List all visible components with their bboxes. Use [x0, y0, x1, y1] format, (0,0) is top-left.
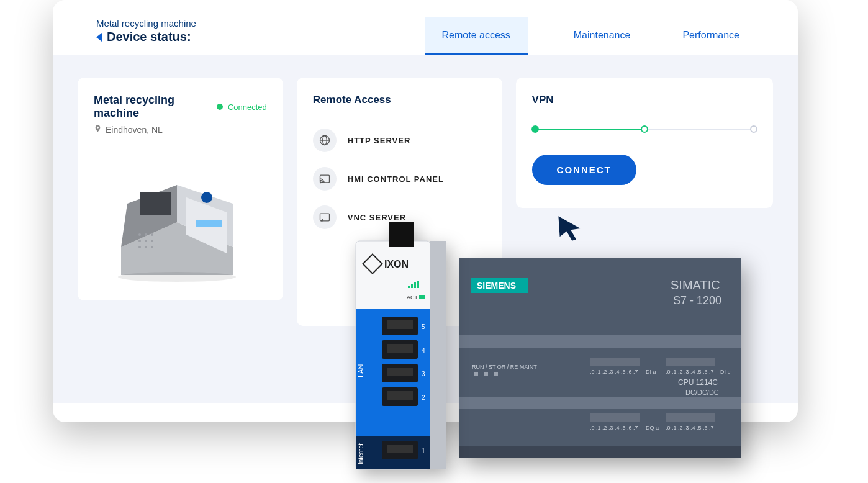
vpn-card: VPN CONNECT [516, 78, 773, 208]
svg-point-7 [138, 233, 141, 236]
remote-access-hmi[interactable]: HMI CONTROL PANEL [313, 160, 486, 198]
status-badge: Connected [217, 102, 267, 112]
svg-rect-52 [387, 445, 413, 453]
cast-icon [313, 167, 337, 191]
remote-access-label: HTTP SERVER [348, 136, 411, 145]
tab-performance[interactable]: Performance [676, 17, 746, 55]
svg-rect-80 [666, 413, 715, 422]
remote-access-label: VNC SERVER [348, 213, 406, 222]
svg-text:RUN / ST   OR / RE   MAINT: RUN / ST OR / RE MAINT [472, 364, 537, 370]
breadcrumb: Metal recycling machine [96, 18, 196, 29]
svg-rect-35 [419, 295, 425, 299]
header: Metal recycling machine Device status: R… [53, 0, 798, 55]
globe-icon [313, 129, 337, 152]
remote-access-http[interactable]: HTTP SERVER [313, 121, 486, 160]
svg-rect-66 [474, 372, 478, 376]
ixon-router-illustration: IXON ACT LAN 5 4 3 2 1 Internet [352, 222, 450, 476]
location-text: Eindhoven, NL [106, 125, 163, 135]
svg-rect-33 [417, 281, 419, 288]
tab-maintenance[interactable]: Maintenance [567, 17, 637, 55]
device-card: Metal recycling machine Connected Eindho… [78, 78, 283, 300]
svg-point-11 [145, 240, 147, 242]
status-dot-icon [217, 104, 223, 110]
connect-button[interactable]: CONNECT [532, 155, 636, 185]
remote-access-title: Remote Access [313, 94, 486, 106]
device-location: Eindhoven, NL [94, 124, 267, 135]
svg-rect-48 [387, 391, 413, 400]
svg-rect-72 [666, 358, 715, 366]
tabs: Remote access Maintenance Performance [425, 17, 783, 55]
svg-rect-32 [414, 282, 416, 288]
svg-rect-26 [430, 241, 446, 469]
svg-point-9 [151, 233, 153, 236]
svg-rect-22 [320, 214, 329, 221]
svg-point-6 [201, 192, 212, 203]
svg-rect-31 [411, 284, 413, 288]
svg-rect-42 [387, 344, 413, 353]
svg-point-16 [118, 272, 236, 282]
svg-rect-56 [459, 335, 741, 348]
svg-rect-68 [494, 372, 498, 376]
svg-point-13 [138, 246, 141, 248]
svg-text:S7 - 1200: S7 - 1200 [673, 294, 721, 307]
svg-text:SIEMENS: SIEMENS [477, 281, 516, 291]
tab-remote-access[interactable]: Remote access [425, 17, 528, 55]
svg-point-8 [145, 233, 147, 236]
machine-illustration [94, 160, 267, 284]
svg-text:.0 .1 .2 .3 .4 .5 .6 .7: .0 .1 .2 .3 .4 .5 .6 .7 [590, 425, 638, 431]
svg-rect-69 [590, 358, 640, 366]
svg-rect-27 [389, 222, 414, 247]
location-pin-icon [94, 124, 102, 135]
svg-point-15 [151, 246, 153, 248]
svg-text:.0 .1 .2 .3 .4 .5 .6 .7: .0 .1 .2 .3 .4 .5 .6 .7 [590, 369, 638, 375]
svg-rect-67 [484, 372, 488, 376]
svg-text:4: 4 [422, 347, 425, 354]
svg-text:DI a: DI a [646, 369, 656, 375]
svg-text:SIMATIC: SIMATIC [671, 278, 720, 292]
svg-text:CPU 1214C: CPU 1214C [678, 378, 718, 387]
svg-text:IXON: IXON [384, 259, 409, 269]
svg-text:Internet: Internet [358, 443, 364, 464]
svg-rect-39 [387, 320, 413, 329]
vpn-progress [532, 129, 757, 130]
svg-point-14 [145, 246, 147, 248]
svg-point-21 [320, 182, 321, 183]
back-chevron-icon[interactable] [96, 33, 102, 42]
svg-rect-30 [408, 286, 410, 288]
progress-step-icon [531, 125, 539, 133]
remote-access-label: HMI CONTROL PANEL [348, 174, 444, 184]
svg-text:1: 1 [422, 448, 425, 454]
svg-text:5: 5 [422, 323, 425, 330]
page-title: Device status: [107, 30, 191, 44]
svg-text:3: 3 [422, 371, 425, 377]
status-label: Connected [228, 102, 267, 112]
svg-point-12 [151, 240, 153, 242]
svg-text:.0 .1 .2 .3 .4 .5 .6 .7: .0 .1 .2 .3 .4 .5 .6 .7 [666, 369, 714, 375]
svg-point-10 [138, 240, 141, 242]
svg-text:DQ a: DQ a [646, 425, 659, 431]
svg-point-23 [321, 220, 322, 222]
svg-text:.0 .1 .2 .3 .4 .5 .6 .7: .0 .1 .2 .3 .4 .5 .6 .7 [666, 425, 714, 431]
svg-rect-3 [140, 192, 171, 215]
vpn-title: VPN [532, 94, 757, 106]
svg-rect-60 [459, 446, 741, 458]
svg-text:DI b: DI b [720, 369, 731, 375]
svg-rect-45 [387, 368, 413, 376]
progress-step-icon [750, 125, 757, 133]
svg-text:2: 2 [422, 394, 425, 401]
progress-step-icon [641, 125, 648, 133]
svg-text:DC/DC/DC: DC/DC/DC [685, 389, 719, 396]
svg-rect-77 [590, 413, 640, 422]
svg-text:LAN: LAN [357, 364, 364, 377]
svg-text:ACT: ACT [407, 294, 418, 300]
vnc-icon [313, 205, 337, 229]
svg-rect-5 [196, 220, 222, 227]
siemens-plc-illustration: SIEMENS SIMATIC S7 - 1200 RUN / ST OR / … [459, 258, 741, 458]
svg-rect-58 [459, 397, 741, 409]
device-title: Metal recycling machine [94, 94, 217, 120]
